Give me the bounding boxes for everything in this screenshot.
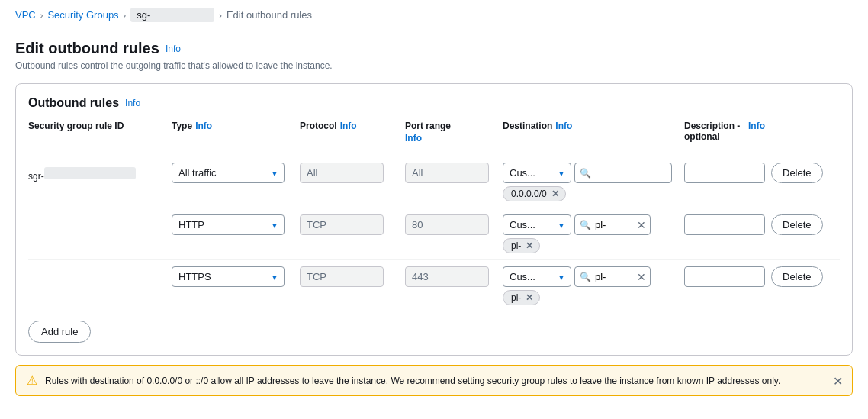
row-3-dest-select[interactable]: Cus... Anywhere-IPv4 My IP bbox=[503, 266, 571, 287]
row-id-mask bbox=[44, 167, 136, 179]
col-port-info[interactable]: Info bbox=[405, 133, 422, 143]
search-icon: 🔍 bbox=[580, 272, 591, 282]
page-subtitle: Outbound rules control the outgoing traf… bbox=[15, 60, 853, 71]
row-2-desc-input[interactable] bbox=[684, 214, 765, 235]
row-3-dest-col: Cus... Anywhere-IPv4 My IP ▼ 🔍 ✕ bbox=[503, 266, 678, 305]
row-2-type: HTTP All traffic HTTPS ▼ bbox=[172, 214, 294, 235]
row-3-dest-select-wrapper: Cus... Anywhere-IPv4 My IP ▼ bbox=[503, 266, 571, 287]
breadcrumb-security-groups-link[interactable]: Security Groups bbox=[47, 9, 118, 21]
search-icon: 🔍 bbox=[580, 168, 591, 179]
row-2-dest-search-wrapper: 🔍 ✕ bbox=[574, 214, 651, 235]
row-2-type-select[interactable]: HTTP All traffic HTTPS bbox=[172, 214, 285, 235]
row-2-id: – bbox=[28, 214, 166, 232]
row-2-tag-text: pl- bbox=[511, 240, 521, 251]
alert-close-icon[interactable]: ✕ bbox=[833, 373, 843, 388]
row-1-dest-col: Cus... Anywhere-IPv4 My IP ▼ 🔍 bbox=[503, 163, 678, 201]
row-3-tag-close[interactable]: ✕ bbox=[526, 292, 533, 303]
col-type: Type Info bbox=[172, 121, 294, 143]
row-1-dest-search-wrapper: 🔍 bbox=[574, 163, 672, 183]
breadcrumb-sep-3: › bbox=[219, 11, 222, 20]
row-3-search-clear-icon[interactable]: ✕ bbox=[637, 271, 646, 283]
row-1-delete: Delete bbox=[771, 163, 840, 183]
row-3-protocol: TCP bbox=[300, 266, 399, 287]
row-1-tag-close[interactable]: ✕ bbox=[551, 189, 559, 199]
row-3-dest-wrapper: Cus... Anywhere-IPv4 My IP ▼ 🔍 ✕ bbox=[503, 266, 678, 287]
row-1-protocol: All bbox=[300, 163, 399, 183]
col-rule-id: Security group rule ID bbox=[28, 121, 166, 143]
row-3-port-static: 443 bbox=[405, 266, 489, 287]
col-actions bbox=[771, 121, 840, 143]
row-3-dest-tags: pl- ✕ bbox=[503, 290, 678, 305]
row-2-dest-tag-1: pl- ✕ bbox=[503, 238, 540, 253]
row-3-type-select[interactable]: HTTPS All traffic HTTP bbox=[172, 266, 285, 287]
row-3-desc bbox=[684, 266, 765, 287]
col-protocol-info[interactable]: Info bbox=[340, 121, 357, 131]
row-2-delete: Delete bbox=[771, 214, 840, 235]
row-1-type-select[interactable]: All traffic HTTP HTTPS bbox=[172, 163, 285, 183]
row-3-type-select-wrapper: HTTPS All traffic HTTP ▼ bbox=[172, 266, 285, 287]
row-1-dest-select-wrapper: Cus... Anywhere-IPv4 My IP ▼ bbox=[503, 163, 571, 183]
row-2-search-clear-icon[interactable]: ✕ bbox=[637, 219, 646, 231]
row-3-desc-input[interactable] bbox=[684, 266, 765, 287]
row-2-desc bbox=[684, 214, 765, 235]
row-1-type-select-wrapper: All traffic HTTP HTTPS ▼ bbox=[172, 163, 285, 183]
row-1-desc bbox=[684, 163, 765, 183]
col-protocol: Protocol Info bbox=[300, 121, 399, 143]
row-2-tag-close[interactable]: ✕ bbox=[526, 240, 533, 251]
row-3-id: – bbox=[28, 266, 166, 284]
col-type-info[interactable]: Info bbox=[195, 121, 212, 131]
row-2-port: 80 bbox=[405, 214, 497, 235]
add-rule-button[interactable]: Add rule bbox=[28, 321, 91, 343]
col-port: Port range Info bbox=[405, 121, 497, 143]
row-2-protocol: TCP bbox=[300, 214, 399, 235]
alert-bar: ⚠ Rules with destination of 0.0.0.0/0 or… bbox=[15, 365, 853, 396]
warning-icon: ⚠ bbox=[27, 373, 37, 388]
row-2-type-select-wrapper: HTTP All traffic HTTPS ▼ bbox=[172, 214, 285, 235]
main-content: Edit outbound rules Info Outbound rules … bbox=[0, 27, 868, 413]
row-1-tag-text: 0.0.0.0/0 bbox=[511, 189, 547, 199]
page-info-link[interactable]: Info bbox=[166, 44, 181, 54]
row-3-delete-button[interactable]: Delete bbox=[771, 266, 823, 287]
outbound-rules-panel: Outbound rules Info Security group rule … bbox=[15, 83, 853, 356]
table-row: – HTTP All traffic HTTPS ▼ TCP 80 bbox=[28, 208, 840, 260]
col-desc-info[interactable]: Info bbox=[748, 121, 765, 131]
row-2-protocol-static: TCP bbox=[300, 214, 384, 235]
panel-title: Outbound rules bbox=[28, 96, 119, 110]
row-1-dest-tag-1: 0.0.0.0/0 ✕ bbox=[503, 186, 566, 201]
row-1-id: sgr- bbox=[28, 163, 166, 182]
row-2-dest-tags: pl- ✕ bbox=[503, 238, 678, 253]
search-icon: 🔍 bbox=[580, 220, 591, 230]
panel-info-link[interactable]: Info bbox=[125, 98, 140, 108]
row-1-protocol-static: All bbox=[300, 163, 384, 183]
row-2-port-static: 80 bbox=[405, 214, 489, 235]
page-title: Edit outbound rules bbox=[15, 40, 159, 57]
row-1-port: All bbox=[405, 163, 497, 183]
row-3-tag-text: pl- bbox=[511, 292, 521, 303]
row-3-dest-tag-1: pl- ✕ bbox=[503, 290, 540, 305]
row-3-protocol-static: TCP bbox=[300, 266, 384, 287]
row-2-dest-col: Cus... Anywhere-IPv4 My IP ▼ 🔍 ✕ bbox=[503, 214, 678, 253]
row-1-port-static: All bbox=[405, 163, 489, 183]
page-wrapper: VPC › Security Groups › › Edit outbound … bbox=[0, 0, 868, 419]
breadcrumb-sg-input[interactable] bbox=[130, 8, 214, 22]
footer-actions: Cancel Preview changes Save rules bbox=[0, 413, 868, 419]
panel-title-row: Outbound rules Info bbox=[28, 96, 840, 110]
breadcrumb: VPC › Security Groups › › Edit outbound … bbox=[0, 0, 868, 27]
page-title-row: Edit outbound rules Info bbox=[15, 40, 853, 57]
row-1-dest-select[interactable]: Cus... Anywhere-IPv4 My IP bbox=[503, 163, 571, 183]
col-dest-info[interactable]: Info bbox=[555, 121, 572, 131]
breadcrumb-current: Edit outbound rules bbox=[227, 9, 312, 21]
row-1-dest-tags: 0.0.0.0/0 ✕ bbox=[503, 186, 678, 201]
row-1-desc-input[interactable] bbox=[684, 163, 765, 183]
table-row: – HTTPS All traffic HTTP ▼ TCP 44 bbox=[28, 260, 840, 311]
breadcrumb-vpc-link[interactable]: VPC bbox=[15, 9, 36, 21]
row-1-delete-button[interactable]: Delete bbox=[771, 163, 823, 183]
alert-message: Rules with destination of 0.0.0.0/0 or :… bbox=[45, 375, 780, 386]
col-destination: Destination Info bbox=[503, 121, 678, 143]
row-2-dest-select[interactable]: Cus... Anywhere-IPv4 My IP bbox=[503, 214, 571, 235]
row-3-type: HTTPS All traffic HTTP ▼ bbox=[172, 266, 294, 287]
row-3-delete: Delete bbox=[771, 266, 840, 287]
breadcrumb-sep-1: › bbox=[40, 11, 43, 20]
row-2-delete-button[interactable]: Delete bbox=[771, 214, 823, 235]
col-description: Description - optional Info bbox=[684, 121, 765, 143]
